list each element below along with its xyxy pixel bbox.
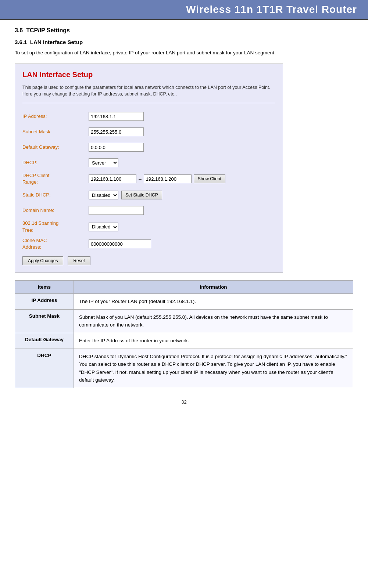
table-cell-info: The IP of your Router LAN port (default … [74, 294, 353, 310]
dhcp-range-end-input[interactable] [144, 174, 192, 183]
default-gateway-label: Default Gateway: [22, 144, 89, 151]
section-number: 3.6 [15, 27, 23, 33]
reset-button[interactable]: Reset [68, 256, 90, 265]
table-cell-info: Subnet Mask of you LAN (default 255.255.… [74, 309, 353, 333]
lan-interface-panel: LAN Interface Setup This page is used to… [15, 64, 283, 273]
ip-address-label: IP Address: [22, 113, 89, 120]
dhcp-range-start-input[interactable] [89, 174, 136, 183]
table-header-items: Items [15, 281, 74, 294]
table-cell-item: DHCP [15, 349, 74, 388]
table-row: Subnet MaskSubnet Mask of you LAN (defau… [15, 309, 353, 333]
spanning-tree-row: 802.1d SpanningTree: Disabled Enabled [22, 220, 275, 233]
spanning-tree-label: 802.1d SpanningTree: [22, 220, 89, 233]
page-number: 32 [15, 399, 353, 405]
show-client-button[interactable]: Show Client [194, 174, 225, 183]
dhcp-range-dash: – [139, 176, 142, 182]
dhcp-select[interactable]: Server Client Disabled [89, 158, 118, 167]
page-header: Wireless 11n 1T1R Travel Router [0, 0, 368, 20]
static-dhcp-select[interactable]: Disabled Enabled [89, 191, 118, 199]
panel-title: LAN Interface Setup [22, 71, 275, 79]
table-cell-info: DHCP stands for Dynamic Host Configurati… [74, 349, 353, 388]
domain-name-label: Domain Name: [22, 207, 89, 214]
section-title-text: TCP/IP Settings [26, 27, 70, 33]
clone-mac-row: Clone MACAddress: [22, 237, 275, 250]
form-actions: Apply Changes Reset [22, 256, 275, 265]
set-static-dhcp-button[interactable]: Set Static DHCP [121, 191, 162, 199]
section-description: To set up the configuration of LAN inter… [15, 49, 353, 57]
subsection-title-text: LAN Interface Setup [30, 39, 83, 45]
default-gateway-row: Default Gateway: [22, 141, 275, 153]
table-row: IP AddressThe IP of your Router LAN port… [15, 294, 353, 310]
ip-address-row: IP Address: [22, 111, 275, 122]
static-dhcp-row: Static DHCP: Disabled Enabled Set Static… [22, 189, 275, 201]
default-gateway-input[interactable] [89, 143, 144, 152]
subnet-mask-row: Subnet Mask: [22, 126, 275, 138]
info-table: Items Information IP AddressThe IP of yo… [15, 280, 353, 388]
section-heading: 3.6 TCP/IP Settings [15, 27, 353, 34]
spanning-tree-select[interactable]: Disabled Enabled [89, 223, 118, 231]
content-area: 3.6 TCP/IP Settings 3.6.1 LAN Interface … [0, 20, 368, 412]
domain-name-input[interactable] [89, 206, 144, 215]
subnet-mask-label: Subnet Mask: [22, 129, 89, 135]
table-cell-item: IP Address [15, 294, 74, 310]
ip-address-input[interactable] [89, 112, 144, 121]
dhcp-label: DHCP: [22, 159, 89, 166]
clone-mac-label: Clone MACAddress: [22, 237, 89, 250]
dhcp-row: DHCP: Server Client Disabled [22, 157, 275, 169]
domain-name-row: Domain Name: [22, 205, 275, 216]
table-header-information: Information [74, 281, 353, 294]
subnet-mask-input[interactable] [89, 127, 144, 136]
dhcp-client-range-label: DHCP ClientRange: [22, 172, 89, 185]
table-cell-item: Subnet Mask [15, 309, 74, 333]
clone-mac-input[interactable] [89, 239, 151, 248]
dhcp-client-range-row: DHCP ClientRange: – Show Client [22, 172, 275, 185]
subsection-number: 3.6.1 [15, 39, 27, 45]
table-row: DHCPDHCP stands for Dynamic Host Configu… [15, 349, 353, 388]
static-dhcp-label: Static DHCP: [22, 192, 89, 198]
page-title: Wireless 11n 1T1R Travel Router [11, 4, 357, 15]
table-row: Default GatewayEnter the IP Address of t… [15, 333, 353, 349]
subsection-heading: 3.6.1 LAN Interface Setup [15, 39, 353, 45]
dhcp-range-controls: – Show Client [89, 174, 225, 183]
panel-description: This page is used to configure the param… [22, 84, 275, 104]
table-cell-info: Enter the IP Address of the router in yo… [74, 333, 353, 349]
apply-changes-button[interactable]: Apply Changes [22, 256, 63, 265]
table-cell-item: Default Gateway [15, 333, 74, 349]
